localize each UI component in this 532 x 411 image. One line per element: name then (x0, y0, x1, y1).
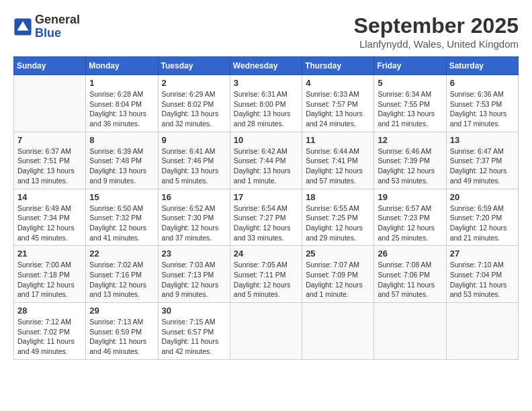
calendar-cell: 2Sunrise: 6:29 AM Sunset: 8:02 PM Daylig… (158, 75, 230, 132)
calendar-cell: 7Sunrise: 6:37 AM Sunset: 7:51 PM Daylig… (14, 132, 86, 189)
day-info: Sunrise: 7:07 AM Sunset: 7:09 PM Dayligh… (306, 260, 370, 300)
day-number: 2 (162, 78, 226, 88)
day-number: 5 (378, 78, 442, 88)
calendar-cell: 1Sunrise: 6:28 AM Sunset: 8:04 PM Daylig… (86, 75, 158, 132)
calendar-cell: 19Sunrise: 6:57 AM Sunset: 7:23 PM Dayli… (374, 189, 446, 246)
weekday-header: Monday (86, 57, 158, 75)
calendar-cell: 15Sunrise: 6:50 AM Sunset: 7:32 PM Dayli… (86, 189, 158, 246)
calendar-cell (446, 303, 518, 360)
day-number: 16 (162, 192, 226, 202)
calendar-cell: 4Sunrise: 6:33 AM Sunset: 7:57 PM Daylig… (302, 75, 374, 132)
page-header: General Blue September 2025 Llanfynydd, … (13, 13, 519, 50)
calendar-cell: 12Sunrise: 6:46 AM Sunset: 7:39 PM Dayli… (374, 132, 446, 189)
day-number: 4 (306, 78, 370, 88)
day-info: Sunrise: 6:47 AM Sunset: 7:37 PM Dayligh… (450, 146, 515, 186)
day-info: Sunrise: 7:00 AM Sunset: 7:18 PM Dayligh… (17, 260, 82, 300)
calendar-header-row: SundayMondayTuesdayWednesdayThursdayFrid… (14, 57, 519, 75)
calendar-cell: 27Sunrise: 7:10 AM Sunset: 7:04 PM Dayli… (446, 246, 518, 303)
day-info: Sunrise: 6:57 AM Sunset: 7:23 PM Dayligh… (378, 203, 442, 243)
logo-general: General (35, 13, 80, 26)
day-info: Sunrise: 6:50 AM Sunset: 7:32 PM Dayligh… (89, 203, 154, 243)
day-number: 28 (17, 306, 82, 316)
day-number: 29 (89, 306, 154, 316)
calendar-cell: 5Sunrise: 6:34 AM Sunset: 7:55 PM Daylig… (374, 75, 446, 132)
calendar-cell: 13Sunrise: 6:47 AM Sunset: 7:37 PM Dayli… (446, 132, 518, 189)
calendar-cell: 21Sunrise: 7:00 AM Sunset: 7:18 PM Dayli… (14, 246, 86, 303)
calendar-week-row: 28Sunrise: 7:12 AM Sunset: 7:02 PM Dayli… (14, 303, 519, 360)
day-number: 11 (306, 135, 370, 145)
location: Llanfynydd, Wales, United Kingdom (354, 38, 519, 50)
calendar-cell: 23Sunrise: 7:03 AM Sunset: 7:13 PM Dayli… (158, 246, 230, 303)
calendar-cell: 9Sunrise: 6:41 AM Sunset: 7:46 PM Daylig… (158, 132, 230, 189)
day-number: 19 (378, 192, 442, 202)
calendar-cell: 11Sunrise: 6:44 AM Sunset: 7:41 PM Dayli… (302, 132, 374, 189)
calendar-cell (230, 303, 302, 360)
calendar-week-row: 7Sunrise: 6:37 AM Sunset: 7:51 PM Daylig… (14, 132, 519, 189)
calendar-cell: 20Sunrise: 6:59 AM Sunset: 7:20 PM Dayli… (446, 189, 518, 246)
day-info: Sunrise: 6:59 AM Sunset: 7:20 PM Dayligh… (450, 203, 515, 243)
day-number: 6 (450, 78, 515, 88)
day-info: Sunrise: 6:36 AM Sunset: 7:53 PM Dayligh… (450, 89, 515, 129)
day-info: Sunrise: 7:08 AM Sunset: 7:06 PM Dayligh… (378, 260, 442, 300)
day-number: 1 (89, 78, 154, 88)
day-info: Sunrise: 6:44 AM Sunset: 7:41 PM Dayligh… (306, 146, 370, 186)
day-number: 26 (378, 248, 442, 259)
weekday-header: Friday (374, 57, 446, 75)
day-number: 22 (89, 248, 154, 259)
day-number: 13 (450, 135, 515, 145)
weekday-header: Thursday (302, 57, 374, 75)
day-info: Sunrise: 6:52 AM Sunset: 7:30 PM Dayligh… (162, 203, 226, 243)
day-number: 7 (17, 135, 82, 145)
calendar-cell: 29Sunrise: 7:13 AM Sunset: 6:59 PM Dayli… (86, 303, 158, 360)
weekday-header: Wednesday (230, 57, 302, 75)
calendar-cell: 6Sunrise: 6:36 AM Sunset: 7:53 PM Daylig… (446, 75, 518, 132)
day-info: Sunrise: 7:02 AM Sunset: 7:16 PM Dayligh… (89, 260, 154, 300)
day-info: Sunrise: 6:39 AM Sunset: 7:48 PM Dayligh… (89, 146, 154, 186)
day-info: Sunrise: 7:15 AM Sunset: 6:57 PM Dayligh… (162, 317, 226, 357)
weekday-header: Sunday (14, 57, 86, 75)
day-number: 18 (306, 192, 370, 202)
day-info: Sunrise: 6:37 AM Sunset: 7:51 PM Dayligh… (17, 146, 82, 186)
calendar-cell: 16Sunrise: 6:52 AM Sunset: 7:30 PM Dayli… (158, 189, 230, 246)
calendar-cell: 14Sunrise: 6:49 AM Sunset: 7:34 PM Dayli… (14, 189, 86, 246)
calendar-cell: 30Sunrise: 7:15 AM Sunset: 6:57 PM Dayli… (158, 303, 230, 360)
day-info: Sunrise: 7:03 AM Sunset: 7:13 PM Dayligh… (162, 260, 226, 300)
day-number: 27 (450, 248, 515, 259)
day-number: 24 (234, 248, 298, 259)
day-number: 25 (306, 248, 370, 259)
weekday-header: Tuesday (158, 57, 230, 75)
calendar-cell: 8Sunrise: 6:39 AM Sunset: 7:48 PM Daylig… (86, 132, 158, 189)
title-block: September 2025 Llanfynydd, Wales, United… (354, 13, 519, 50)
logo-icon (13, 17, 32, 36)
logo-text: General Blue (35, 13, 80, 40)
calendar-cell: 10Sunrise: 6:42 AM Sunset: 7:44 PM Dayli… (230, 132, 302, 189)
day-info: Sunrise: 6:28 AM Sunset: 8:04 PM Dayligh… (89, 89, 154, 129)
day-number: 15 (89, 192, 154, 202)
calendar-cell: 17Sunrise: 6:54 AM Sunset: 7:27 PM Dayli… (230, 189, 302, 246)
day-number: 23 (162, 248, 226, 259)
calendar-cell (374, 303, 446, 360)
day-number: 30 (162, 306, 226, 316)
calendar-cell: 25Sunrise: 7:07 AM Sunset: 7:09 PM Dayli… (302, 246, 374, 303)
day-number: 3 (234, 78, 298, 88)
day-number: 21 (17, 248, 82, 259)
logo: General Blue (13, 13, 80, 40)
calendar-table: SundayMondayTuesdayWednesdayThursdayFrid… (13, 56, 519, 360)
calendar-cell: 24Sunrise: 7:05 AM Sunset: 7:11 PM Dayli… (230, 246, 302, 303)
day-number: 9 (162, 135, 226, 145)
day-info: Sunrise: 7:05 AM Sunset: 7:11 PM Dayligh… (234, 260, 298, 300)
day-info: Sunrise: 6:31 AM Sunset: 8:00 PM Dayligh… (234, 89, 298, 129)
weekday-header: Saturday (446, 57, 518, 75)
logo-blue: Blue (35, 26, 61, 40)
calendar-cell: 28Sunrise: 7:12 AM Sunset: 7:02 PM Dayli… (14, 303, 86, 360)
calendar-cell: 3Sunrise: 6:31 AM Sunset: 8:00 PM Daylig… (230, 75, 302, 132)
calendar-week-row: 21Sunrise: 7:00 AM Sunset: 7:18 PM Dayli… (14, 246, 519, 303)
calendar-cell (302, 303, 374, 360)
day-number: 17 (234, 192, 298, 202)
day-info: Sunrise: 6:33 AM Sunset: 7:57 PM Dayligh… (306, 89, 370, 129)
day-info: Sunrise: 6:29 AM Sunset: 8:02 PM Dayligh… (162, 89, 226, 129)
day-number: 8 (89, 135, 154, 145)
calendar-week-row: 14Sunrise: 6:49 AM Sunset: 7:34 PM Dayli… (14, 189, 519, 246)
day-info: Sunrise: 6:42 AM Sunset: 7:44 PM Dayligh… (234, 146, 298, 186)
day-info: Sunrise: 6:49 AM Sunset: 7:34 PM Dayligh… (17, 203, 82, 243)
